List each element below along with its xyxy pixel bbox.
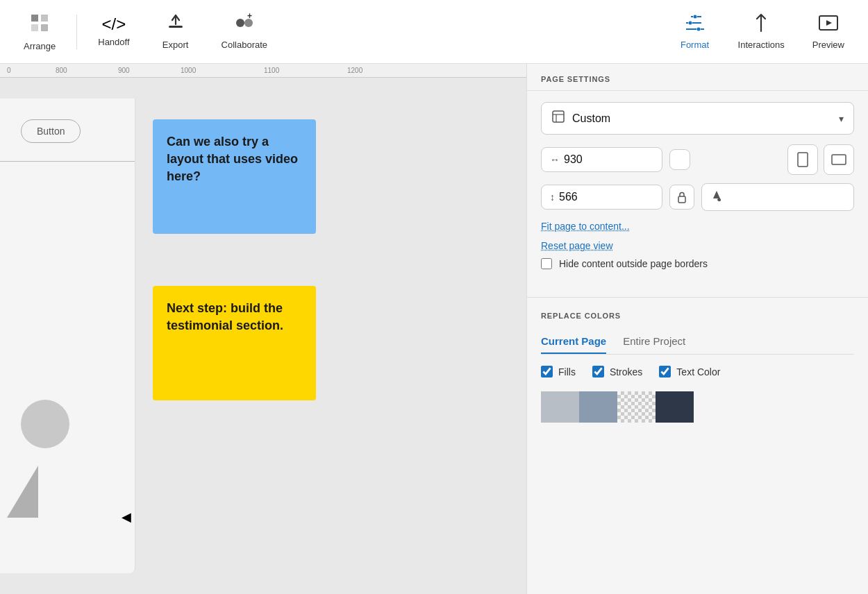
height-row: ↕ 566: [541, 183, 854, 211]
height-arrow-icon: ↕: [550, 192, 555, 203]
strokes-check-item: Strokes: [592, 366, 642, 377]
strokes-label: Strokes: [610, 366, 642, 377]
toolbar: Arrange </> Handoff Export +: [0, 0, 868, 64]
color-type-checks: Fills Strokes Text Color: [527, 366, 868, 377]
collaborate-icon: +: [233, 13, 256, 35]
text-color-checkbox[interactable]: [659, 366, 671, 377]
preset-dropdown-left: Custom: [551, 110, 610, 127]
interactions-label: Interactions: [738, 40, 785, 50]
page-settings-title: PAGE SETTINGS: [527, 64, 868, 91]
width-input-wrap: ↔ 930: [541, 147, 662, 172]
svg-point-8: [693, 15, 696, 19]
swatch-1[interactable]: [541, 391, 579, 423]
right-panel: PAGE SETTINGS Custom: [526, 64, 868, 594]
format-icon: [685, 13, 706, 35]
arrange-label: Arrange: [24, 41, 56, 51]
preset-dropdown[interactable]: Custom ▾: [541, 102, 854, 135]
ruler-mark-900: 900: [118, 67, 130, 74]
interactions-icon: [751, 13, 771, 35]
svg-point-14: [696, 28, 700, 31]
format-button[interactable]: Format: [667, 8, 723, 56]
fill-color-input[interactable]: [728, 192, 784, 203]
arrange-button[interactable]: Arrange: [11, 6, 68, 57]
svg-rect-24: [678, 196, 685, 203]
color-fill-wrap: [701, 183, 854, 211]
hide-content-checkbox[interactable]: [541, 258, 552, 269]
preview-icon: [818, 13, 839, 35]
strokes-checkbox[interactable]: [592, 366, 604, 377]
fit-page-button[interactable]: Fit page to content...: [541, 219, 630, 233]
svg-rect-0: [31, 15, 38, 22]
handoff-button[interactable]: </> Handoff: [85, 10, 142, 53]
svg-rect-22: [798, 153, 808, 167]
replace-colors-title: REPLACE COLORS: [527, 300, 868, 330]
color-swatches-row: [527, 391, 868, 423]
swatch-4[interactable]: [656, 391, 694, 423]
lock-spacer: [669, 149, 690, 170]
export-label: Export: [162, 40, 189, 50]
export-icon: [166, 13, 185, 35]
fills-checkbox[interactable]: [541, 366, 553, 377]
cursor-icon: ◀: [122, 509, 131, 525]
main-area: 0 800 900 1000 1100 1200 Button Can we a…: [0, 64, 868, 594]
height-input-wrap: ↕ 566: [541, 185, 662, 210]
tab-entire-project[interactable]: Entire Project: [623, 330, 685, 354]
triangle-element: [7, 466, 38, 518]
portrait-icon-btn[interactable]: [787, 144, 818, 175]
ruler-mark-1100: 1100: [264, 67, 279, 74]
sticky-yellow: Next step: build the testimonial section…: [153, 286, 316, 400]
page-icons-row: [697, 144, 854, 175]
collaborate-label: Collaborate: [222, 40, 268, 50]
button-element-label: Button: [37, 126, 65, 137]
sticky-blue-text: Can we also try a layout that uses video…: [167, 135, 298, 183]
swatch-transparent[interactable]: [617, 391, 656, 423]
width-row: ↔ 930: [541, 144, 854, 175]
hide-content-row: Hide content outside page borders: [541, 258, 854, 269]
preset-label: Custom: [572, 112, 610, 125]
sticky-yellow-text: Next step: build the testimonial section…: [167, 301, 283, 332]
tab-current-page[interactable]: Current Page: [541, 330, 606, 354]
interactions-button[interactable]: Interactions: [726, 8, 797, 56]
preset-icon: [551, 110, 565, 127]
arrange-icon: [28, 12, 51, 37]
svg-rect-3: [41, 24, 48, 31]
preview-button[interactable]: Preview: [800, 8, 857, 56]
svg-rect-23: [832, 155, 846, 164]
svg-rect-2: [31, 24, 38, 31]
fills-check-item: Fills: [541, 366, 576, 377]
scope-tabs: Current Page Entire Project: [541, 330, 854, 355]
ruler-mark-800: 800: [56, 67, 67, 74]
text-color-check-item: Text Color: [659, 366, 720, 377]
section-divider: [527, 297, 868, 298]
sticky-blue: Can we also try a layout that uses video…: [153, 119, 316, 234]
text-color-label: Text Color: [676, 366, 720, 377]
swatch-2[interactable]: [579, 391, 617, 423]
ruler-mark-1200: 1200: [347, 67, 362, 74]
fills-label: Fills: [558, 366, 576, 377]
canvas-area[interactable]: 0 800 900 1000 1100 1200 Button Can we a…: [0, 64, 526, 594]
button-element: Button: [21, 119, 81, 143]
hide-content-label: Hide content outside page borders: [559, 258, 708, 269]
svg-point-5: [236, 19, 244, 27]
reset-page-button[interactable]: Reset page view: [541, 239, 613, 253]
separator: [76, 15, 77, 49]
collaborate-button[interactable]: + Collaborate: [209, 8, 281, 56]
preset-dropdown-row: Custom ▾: [541, 102, 854, 135]
toolbar-left: Arrange </> Handoff Export +: [11, 6, 280, 57]
landscape-icon-btn[interactable]: [824, 144, 854, 175]
export-button[interactable]: Export: [148, 8, 203, 56]
width-arrow-icon: ↔: [550, 154, 560, 165]
svg-point-11: [688, 22, 692, 25]
fill-color-icon: [710, 189, 723, 205]
handoff-icon: </>: [102, 16, 126, 33]
width-input[interactable]: 930: [564, 153, 653, 166]
svg-rect-19: [553, 111, 564, 122]
lock-button[interactable]: [669, 185, 694, 210]
height-input[interactable]: 566: [559, 191, 653, 203]
button-underline: [0, 161, 135, 162]
svg-rect-4: [169, 26, 183, 28]
svg-marker-18: [826, 20, 832, 26]
ruler-mark-1000: 1000: [181, 67, 196, 74]
preview-label: Preview: [812, 40, 844, 50]
ruler-mark-0: 0: [7, 67, 11, 74]
